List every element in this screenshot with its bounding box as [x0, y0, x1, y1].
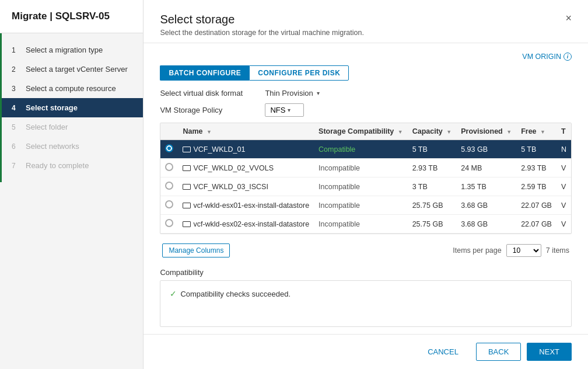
close-button[interactable]: × — [565, 13, 572, 23]
compat-cell-0: Compatible — [314, 140, 408, 159]
footer: CANCEL BACK NEXT — [144, 334, 588, 369]
vm-policy-dropdown[interactable]: NFS ▾ — [265, 103, 304, 117]
vm-policy-value: NFS — [270, 106, 285, 114]
sidebar-step-1[interactable]: 1Select a migration type — [0, 40, 143, 60]
type-cell-4: V — [556, 215, 571, 234]
tab-batch-configure[interactable]: BATCH CONFIGURE — [160, 65, 249, 81]
datastore-icon-3 — [183, 203, 191, 208]
radio-cell-2[interactable] — [160, 177, 178, 196]
step-num-7: 7 — [12, 162, 20, 170]
compat-cell-2: Incompatible — [314, 177, 408, 196]
vm-policy-arrow: ▾ — [288, 107, 290, 113]
tab-configure-per-disk[interactable]: CONFIGURE PER DISK — [249, 65, 349, 81]
name-sort-icon[interactable]: ▼ — [206, 129, 212, 135]
sidebar-step-7: 7Ready to complete — [0, 156, 143, 175]
radio-2[interactable] — [165, 182, 173, 190]
radio-3[interactable] — [165, 200, 173, 208]
free-cell-4: 22.07 GB — [516, 215, 556, 234]
type-cell-1: V — [556, 159, 571, 177]
table-row[interactable]: VCF_WKLD_01 Compatible 5 TB 5.93 GB 5 TB… — [160, 140, 571, 159]
radio-cell-1[interactable] — [160, 159, 178, 177]
datastore-icon-4 — [183, 221, 191, 227]
radio-cell-3[interactable] — [160, 196, 178, 215]
free-cell-2: 2.59 TB — [516, 177, 556, 196]
green-bar — [0, 33, 2, 182]
capacity-cell-1: 2.93 TB — [408, 159, 457, 177]
items-per-page-label: Items per page — [453, 246, 501, 255]
col-type: T — [556, 123, 571, 140]
name-cell-0: VCF_WKLD_01 — [178, 140, 314, 159]
table-row[interactable]: vcf-wkld-esx02-esx-install-datastore Inc… — [160, 215, 571, 234]
col-provisioned: Provisioned ▼ — [456, 123, 516, 140]
sidebar-title: Migrate | SQLSRV-05 — [0, 0, 143, 33]
compat-sort-icon[interactable]: ▼ — [398, 129, 403, 135]
radio-cell-4[interactable] — [160, 215, 178, 234]
vm-origin-link[interactable]: VM ORIGIN i — [522, 53, 572, 61]
next-button[interactable]: NEXT — [527, 343, 572, 361]
type-cell-0: N — [556, 140, 571, 159]
sidebar-step-5: 5Select folder — [0, 117, 143, 137]
sidebar-steps: 1Select a migration type2Select a target… — [0, 33, 143, 182]
pagination: Items per page 10 25 50 7 items — [453, 244, 569, 257]
step-label-3: Select a compute resource — [26, 84, 116, 93]
sidebar-step-2[interactable]: 2Select a target vCenter Server — [0, 60, 143, 79]
type-cell-2: V — [556, 177, 571, 196]
steps-wrapper: 1Select a migration type2Select a target… — [0, 33, 143, 182]
table-row[interactable]: vcf-wkld-esx01-esx-install-datastore Inc… — [160, 196, 571, 215]
radio-4[interactable] — [165, 219, 173, 227]
table-row[interactable]: VCF_WKLD_03_ISCSI Incompatible 3 TB 1.35… — [160, 177, 571, 196]
radio-cell-0[interactable] — [160, 140, 178, 159]
capacity-sort-icon[interactable]: ▼ — [446, 129, 452, 135]
provisioned-cell-0: 5.93 GB — [456, 140, 516, 159]
manage-columns-button[interactable]: Manage Columns — [162, 243, 230, 257]
header-text: Select storage Select the destination st… — [160, 13, 364, 37]
disk-format-value: Thin Provision ▾ — [265, 89, 319, 98]
name-cell-4: vcf-wkld-esx02-esx-install-datastore — [178, 215, 314, 234]
main-title: Select storage — [160, 13, 364, 26]
info-icon: i — [564, 53, 572, 61]
disk-format-row: Select virtual disk format Thin Provisio… — [160, 89, 572, 98]
col-name: Name ▼ — [178, 123, 314, 140]
name-cell-2: VCF_WKLD_03_ISCSI — [178, 177, 314, 196]
free-cell-3: 22.07 GB — [516, 196, 556, 215]
table-header-row: Name ▼ Storage Compatibility ▼ Capacity … — [160, 123, 571, 140]
sidebar-step-3[interactable]: 3Select a compute resource — [0, 79, 143, 98]
compatibility-message: Compatibility checks succeeded. — [180, 290, 290, 298]
back-button[interactable]: BACK — [476, 343, 521, 361]
col-storage-compat: Storage Compatibility ▼ — [314, 123, 408, 140]
main-subtitle: Select the destination storage for the v… — [160, 29, 364, 37]
step-num-2: 2 — [12, 65, 20, 74]
step-num-5: 5 — [12, 123, 20, 131]
items-per-page-select[interactable]: 10 25 50 — [506, 244, 541, 257]
vm-policy-row: VM Storage Policy NFS ▾ — [160, 103, 572, 117]
sidebar-step-4[interactable]: 4Select storage — [0, 98, 143, 117]
step-num-1: 1 — [12, 46, 20, 54]
compat-cell-1: Incompatible — [314, 159, 408, 177]
capacity-cell-0: 5 TB — [408, 140, 457, 159]
compat-cell-4: Incompatible — [314, 215, 408, 234]
disk-format-arrow: ▾ — [317, 90, 320, 96]
main-panel: Select storage Select the destination st… — [144, 0, 588, 369]
tab-row: BATCH CONFIGURE CONFIGURE PER DISK — [160, 65, 572, 81]
main-header: Select storage Select the destination st… — [144, 0, 588, 43]
provisioned-cell-3: 3.68 GB — [456, 196, 516, 215]
capacity-cell-3: 25.75 GB — [408, 196, 457, 215]
main-content: VM ORIGIN i BATCH CONFIGURE CONFIGURE PE… — [144, 43, 588, 334]
compatibility-box: ✓Compatibility checks succeeded. — [160, 280, 572, 327]
sidebar-step-6: 6Select networks — [0, 137, 143, 156]
step-label-4: Select storage — [26, 103, 78, 112]
col-radio — [160, 123, 178, 140]
radio-0[interactable] — [165, 144, 173, 152]
cancel-button[interactable]: CANCEL — [416, 343, 470, 361]
step-num-3: 3 — [12, 85, 20, 93]
check-icon: ✓ — [170, 289, 177, 298]
storage-table-element: Name ▼ Storage Compatibility ▼ Capacity … — [160, 123, 571, 234]
free-cell-1: 2.93 TB — [516, 159, 556, 177]
free-sort-icon[interactable]: ▼ — [540, 129, 545, 135]
col-free: Free ▼ — [516, 123, 556, 140]
type-cell-3: V — [556, 196, 571, 215]
datastore-icon-1 — [183, 165, 191, 171]
radio-1[interactable] — [165, 163, 173, 171]
table-row[interactable]: VCF_WKLD_02_VVOLS Incompatible 2.93 TB 2… — [160, 159, 571, 177]
prov-sort-icon[interactable]: ▼ — [506, 129, 512, 135]
